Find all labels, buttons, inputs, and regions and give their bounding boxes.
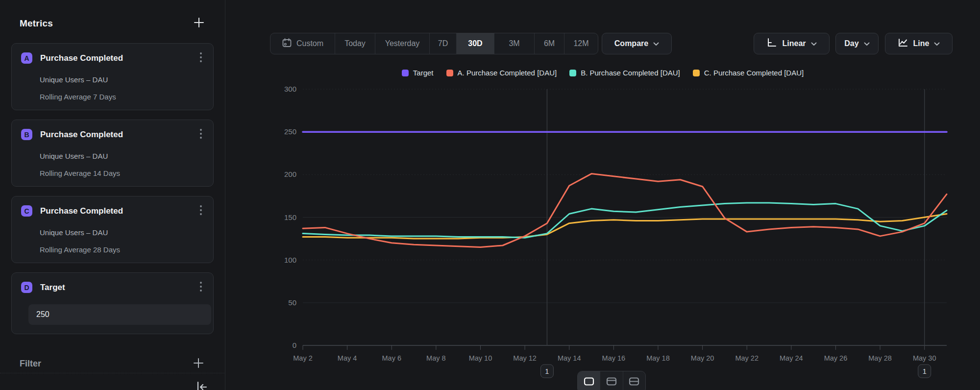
svg-text:May 2: May 2 (293, 354, 313, 362)
range-option-label: Custom (296, 39, 323, 48)
kebab-icon (199, 210, 202, 217)
metric-card-header: BPurchase Completed (21, 127, 204, 142)
range-option-yesterday[interactable]: Yesterday (375, 33, 429, 54)
metric-measure-label: Unique Users – DAU (40, 228, 204, 237)
range-option-label: 12M (573, 39, 588, 48)
metric-card-b: BPurchase CompletedUnique Users – DAURol… (11, 120, 214, 187)
target-card: D Target (11, 272, 214, 334)
collapse-sidebar-button[interactable] (195, 380, 208, 390)
range-option-7d[interactable]: 7D (429, 33, 456, 54)
scale-button-label: Linear (782, 39, 806, 48)
annotation-badge[interactable]: 1 (918, 365, 931, 378)
metric-transform-label: Rolling Average 28 Days (40, 245, 204, 254)
metric-card-title: Purchase Completed (40, 53, 197, 63)
svg-text:May 14: May 14 (558, 354, 581, 362)
svg-text:May 28: May 28 (868, 354, 892, 362)
svg-text:May 26: May 26 (824, 354, 848, 362)
svg-text:0: 0 (293, 341, 296, 349)
metric-card-c: CPurchase CompletedUnique Users – DAURol… (11, 196, 214, 263)
range-option-today[interactable]: Today (335, 33, 375, 54)
metric-card-header: APurchase Completed (21, 51, 204, 65)
add-filter-button[interactable] (192, 357, 205, 371)
filter-section-header: Filter (0, 357, 224, 371)
svg-text:May 4: May 4 (338, 354, 357, 362)
kebab-icon (199, 286, 202, 293)
granularity-select-button[interactable]: Day (835, 33, 879, 54)
plus-icon (192, 357, 205, 371)
annotation-badge[interactable]: 1 (540, 365, 553, 378)
range-option-label: 6M (544, 39, 555, 48)
svg-text:May 18: May 18 (646, 354, 670, 362)
metric-card-menu-button[interactable] (197, 204, 204, 218)
compare-button-label: Compare (614, 39, 648, 48)
calendar-icon (282, 38, 292, 50)
metric-card-menu-button[interactable] (197, 51, 204, 65)
svg-text:250: 250 (284, 127, 296, 136)
scale-select-button[interactable]: Linear (754, 33, 830, 54)
range-option-12m[interactable]: 12M (564, 33, 598, 54)
chart-type-select-button[interactable]: Line (885, 33, 953, 54)
svg-text:200: 200 (284, 170, 296, 178)
target-card-menu-button[interactable] (197, 280, 204, 294)
collapse-panel-icon (195, 380, 208, 390)
range-option-6m[interactable]: 6M (534, 33, 564, 54)
metrics-title: Metrics (20, 18, 53, 29)
date-range-selector: CustomTodayYesterday7D30D3M6M12M (270, 33, 598, 54)
svg-text:150: 150 (284, 213, 296, 221)
target-card-title: Target (40, 283, 197, 292)
svg-text:May 30: May 30 (913, 354, 936, 362)
target-card-header: D Target (21, 280, 204, 294)
range-option-30d[interactable]: 30D (456, 33, 494, 54)
chevron-down-icon (653, 39, 659, 48)
table-view-button[interactable] (623, 371, 645, 390)
range-option-label: Today (344, 39, 366, 48)
line-chart-icon (898, 37, 908, 50)
metric-badge-a: A (21, 52, 32, 64)
metric-measure-label: Unique Users – DAU (40, 75, 204, 84)
svg-text:May 24: May 24 (780, 354, 803, 362)
range-option-label: 7D (438, 39, 448, 48)
y-axis-labels: 050100150200250300 (284, 85, 296, 349)
split-view-icon (606, 376, 617, 389)
chevron-down-icon (934, 39, 940, 48)
svg-text:May 16: May 16 (602, 354, 626, 362)
add-metric-button[interactable] (193, 16, 205, 30)
svg-text:May 22: May 22 (735, 354, 759, 362)
metric-measure-label: Unique Users – DAU (40, 152, 204, 160)
metric-badge-c: C (21, 205, 32, 217)
target-value-input[interactable] (28, 304, 211, 325)
svg-text:100: 100 (284, 256, 296, 264)
svg-text:300: 300 (284, 85, 296, 93)
svg-text:May 10: May 10 (469, 354, 492, 362)
range-option-custom[interactable]: Custom (270, 33, 335, 54)
metric-card-list: APurchase CompletedUnique Users – DAURol… (0, 43, 225, 263)
chevron-down-icon (811, 39, 817, 48)
filter-title: Filter (20, 359, 41, 369)
svg-text:1: 1 (923, 367, 927, 375)
svg-text:50: 50 (288, 298, 296, 307)
granularity-button-label: Day (844, 39, 858, 48)
svg-text:May 20: May 20 (691, 354, 714, 362)
svg-text:1: 1 (545, 367, 549, 375)
kebab-icon (199, 57, 202, 64)
svg-text:May 8: May 8 (426, 354, 446, 362)
metric-badge-b: B (21, 129, 32, 140)
compare-button[interactable]: Compare (602, 33, 672, 54)
table-view-icon (628, 376, 640, 389)
metric-badge-d: D (21, 282, 32, 293)
metric-card-menu-button[interactable] (197, 127, 204, 142)
chart-view-button[interactable] (578, 371, 600, 390)
metric-card-a: APurchase CompletedUnique Users – DAURol… (11, 43, 214, 110)
range-option-label: 3M (509, 39, 519, 48)
sidebar-footer-divider (0, 373, 224, 373)
metrics-panel: Metrics APurchase CompletedUnique Users … (0, 0, 225, 390)
range-option-label: 30D (468, 39, 482, 48)
metric-card-header: CPurchase Completed (21, 204, 204, 218)
metrics-line-chart: 050100150200250300May 2May 4May 6May 8Ma… (225, 64, 980, 390)
metrics-header: Metrics (0, 0, 225, 43)
chart-view-icon (583, 376, 595, 389)
split-view-button[interactable] (600, 371, 622, 390)
gridlines (303, 89, 947, 345)
report-view-switcher (577, 371, 646, 390)
range-option-3m[interactable]: 3M (494, 33, 534, 54)
